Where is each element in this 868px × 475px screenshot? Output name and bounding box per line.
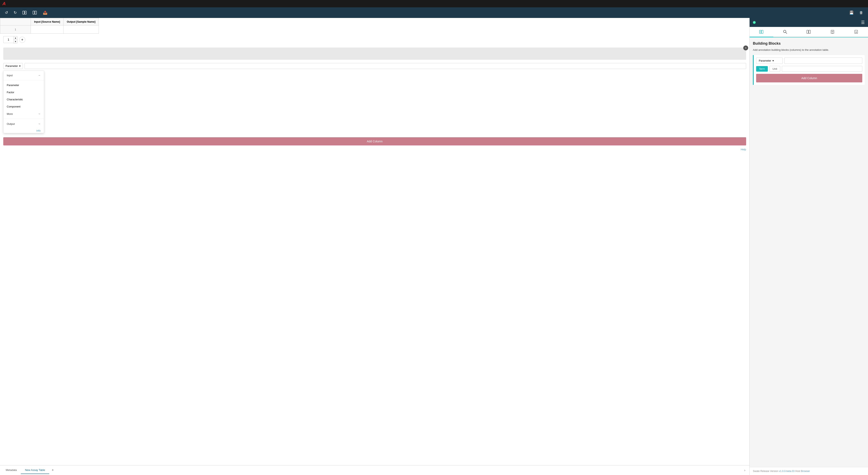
col-header-output: Output [Sample Name] [63, 18, 99, 26]
svg-rect-10 [807, 30, 808, 33]
tab-new-assay-table[interactable]: New Assay Table [21, 467, 49, 474]
term-button[interactable]: Term [756, 66, 768, 72]
redo-button[interactable]: ↻ [12, 9, 19, 16]
dropdown-item-parameter[interactable]: Parameter [3, 81, 44, 89]
add-row-button[interactable]: + [19, 37, 25, 43]
undo-button[interactable]: ↺ [3, 9, 9, 16]
page-down-btn[interactable]: ▼ [14, 40, 17, 43]
svg-rect-0 [23, 11, 24, 14]
add-table-button[interactable] [31, 10, 39, 15]
version-text: Swate Release Version [753, 470, 779, 473]
bb-popup-area: × [3, 47, 746, 60]
dropdown-item-factor[interactable]: Factor [3, 89, 44, 96]
dropdown-chevron-icon: ▾ [19, 64, 21, 68]
row-number-1: 1 [0, 26, 31, 34]
right-panel-version: Swate Release Version v1.0.0-beta.03 Hos… [750, 467, 868, 475]
delete-button[interactable]: 🗑 [858, 9, 865, 16]
dropdown-item-characteristic-label: Characteristic [7, 98, 23, 101]
dropdown-item-input[interactable]: Input → [3, 72, 44, 79]
svg-point-8 [783, 30, 786, 33]
dropdown-group-params: Parameter Factor Characteristic Componen… [3, 81, 44, 118]
right-tabs: + [750, 27, 868, 37]
dropdown-group-output: Output → [3, 119, 44, 128]
input-arrow-icon: → [38, 74, 41, 77]
add-col-button[interactable]: + [21, 10, 29, 15]
dropdown-item-input-label: Input [7, 74, 13, 77]
page-number-input[interactable] [3, 36, 13, 43]
status-dot [753, 21, 756, 24]
dropdown-label: Parameter [5, 64, 18, 68]
bottom-tabs: Metadata New Assay Table + › [0, 465, 749, 475]
save-button[interactable]: 💾 [847, 9, 855, 16]
dropdown-item-parameter-label: Parameter [7, 83, 19, 87]
page-up-btn[interactable]: ▲ [14, 36, 17, 40]
bb-right-search-input[interactable] [784, 58, 862, 64]
dropdown-item-characteristic[interactable]: Characteristic [3, 96, 44, 103]
building-block-controls: Parameter ▾ Term Unit Add Column [753, 55, 865, 85]
page-spinner: ▲ ▼ [13, 36, 18, 43]
svg-rect-3 [33, 11, 34, 14]
page-input-wrapper: ▲ ▼ [3, 36, 18, 43]
unit-button[interactable]: Unit [769, 66, 780, 72]
right-tab-import[interactable] [844, 27, 868, 37]
dropdown-item-more-label: More [7, 112, 13, 115]
help-link[interactable]: Help [0, 147, 749, 152]
version-link[interactable]: v1.0.0-beta.03 [779, 470, 795, 473]
svg-rect-4 [35, 11, 36, 14]
right-tab-building-blocks[interactable]: + [750, 27, 773, 37]
hamburger-icon[interactable]: ☰ [861, 20, 865, 25]
right-panel-topbar: ☰ [750, 18, 868, 27]
main-area: Input [Source Name] Output [Sample Name]… [0, 18, 868, 475]
bb-dropdown-label: Parameter [759, 59, 771, 62]
table-area: Input [Source Name] Output [Sample Name]… [0, 18, 749, 34]
data-table: Input [Source Name] Output [Sample Name]… [0, 18, 99, 34]
dropdown-item-more[interactable]: More → [3, 110, 44, 117]
dropdown-item-component-label: Component [7, 105, 21, 108]
right-tab-search[interactable] [773, 27, 797, 37]
tab-nav-arrow[interactable]: › [742, 467, 748, 474]
svg-rect-11 [809, 30, 810, 33]
dropdown-group-input: Input → [3, 71, 44, 80]
left-panel: Input [Source Name] Output [Sample Name]… [0, 18, 750, 475]
tab-metadata[interactable]: Metadata [2, 467, 21, 474]
title-bar: A [0, 0, 868, 7]
dropdown-info-link[interactable]: info [3, 128, 44, 133]
right-tab-export[interactable] [820, 27, 844, 37]
pagination-row: ▲ ▼ + [0, 34, 749, 46]
bb-search-input[interactable] [25, 63, 746, 69]
right-panel-description: Add annotation building blocks (columns)… [753, 48, 865, 52]
svg-text:+: + [25, 12, 26, 14]
host-link[interactable]: Browser [801, 470, 810, 473]
table-cell-input[interactable] [31, 26, 63, 34]
output-arrow-icon: → [38, 122, 41, 126]
right-panel-content: Building Blocks Add annotation building … [750, 37, 868, 467]
dropdown-item-component[interactable]: Component [3, 103, 44, 110]
add-column-button[interactable]: Add Column [3, 137, 746, 145]
svg-rect-6 [762, 30, 763, 33]
svg-line-9 [786, 32, 787, 34]
bb-term-search-input[interactable] [782, 66, 862, 72]
right-tab-templates[interactable] [797, 27, 820, 37]
table-cell-output[interactable] [63, 26, 99, 34]
dropdown-divider-1 [3, 80, 44, 80]
dropdown-item-output[interactable]: Output → [3, 120, 44, 128]
bb-dropdown-chevron-icon: ▾ [772, 59, 774, 62]
table-row: 1 [0, 26, 99, 34]
dropdown-section: Parameter ▾ [3, 63, 746, 69]
col-header-input: Input [Source Name] [31, 18, 63, 26]
parameter-dropdown[interactable]: Parameter ▾ [3, 63, 23, 69]
bb-add-column-button[interactable]: Add Column [756, 74, 862, 82]
right-panel-title: Building Blocks [753, 41, 865, 46]
app-logo: A [2, 1, 6, 6]
dropdown-menu: Input → Parameter Factor Characteristic … [3, 71, 44, 133]
dropdown-item-output-label: Output [7, 123, 15, 126]
bb-param-dropdown[interactable]: Parameter ▾ [756, 58, 783, 64]
svg-text:+: + [760, 31, 761, 33]
row-num-header [0, 18, 31, 26]
export-button[interactable]: 📤 [41, 9, 49, 16]
tab-add-button[interactable]: + [49, 467, 56, 474]
bb-close-button[interactable]: × [743, 45, 748, 50]
right-panel: ☰ + [750, 18, 868, 475]
more-arrow-icon: → [38, 112, 41, 115]
toolbar: ↺ ↻ + 📤 💾 🗑 [0, 7, 868, 18]
